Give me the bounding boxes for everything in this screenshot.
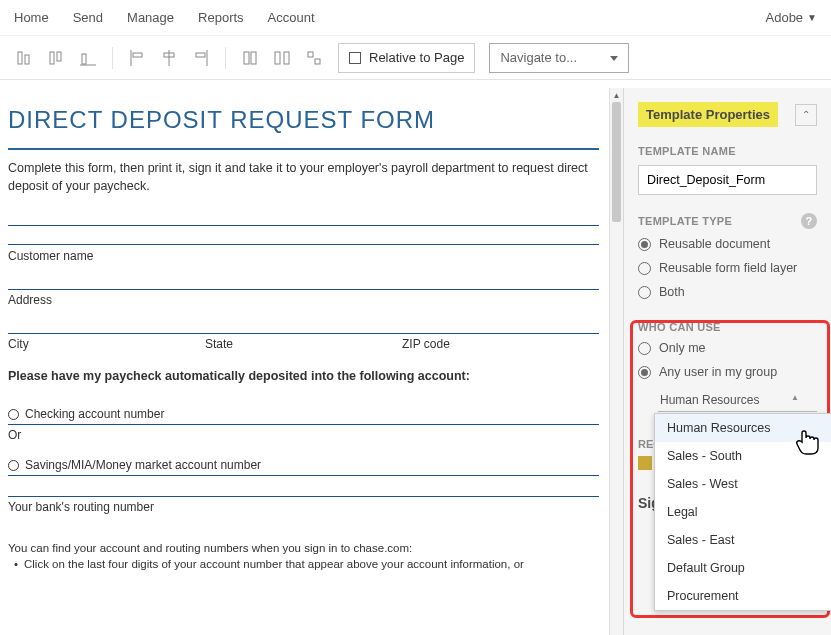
navigate-label: Navigate to...: [500, 50, 577, 65]
checking-line: Checking account number: [8, 407, 599, 425]
svg-rect-15: [284, 52, 289, 64]
city-label: City: [8, 337, 205, 351]
group-option-human-resources[interactable]: Human Resources: [655, 414, 831, 442]
svg-rect-12: [244, 52, 249, 64]
type-option-label: Both: [659, 285, 685, 299]
deposit-instruction: Please have my paycheck automatically de…: [8, 369, 599, 383]
toolbar: Relative to Page Navigate to...: [0, 36, 831, 80]
svg-rect-13: [251, 52, 256, 64]
template-name-label: TEMPLATE NAME: [638, 145, 736, 157]
group-option-sales-south[interactable]: Sales - South: [655, 442, 831, 470]
distribute-tool-3[interactable]: [300, 44, 328, 72]
template-name-section-label: TEMPLATE NAME: [638, 145, 817, 157]
radio-icon: [638, 262, 651, 275]
who-option-only-me[interactable]: Only me: [638, 341, 817, 355]
field-line: [8, 225, 599, 245]
align-tool-4[interactable]: [123, 44, 151, 72]
field-line: [8, 289, 599, 290]
type-option-reusable-form-field-layer[interactable]: Reusable form field layer: [638, 261, 817, 275]
svg-rect-3: [57, 52, 61, 61]
relative-page-label: Relative to Page: [369, 50, 464, 65]
template-type-label: TEMPLATE TYPE: [638, 215, 732, 227]
savings-line: Savings/MIA/Money market account number: [8, 458, 599, 476]
svg-rect-7: [133, 53, 142, 57]
group-option-sales-west[interactable]: Sales - West: [655, 470, 831, 498]
help-icon[interactable]: ?: [801, 213, 817, 229]
collapse-button[interactable]: ⌃: [795, 104, 817, 126]
doc-title: DIRECT DEPOSIT REQUEST FORM: [8, 106, 599, 134]
svg-rect-16: [308, 52, 313, 57]
template-name-input[interactable]: [638, 165, 817, 195]
caret-up-icon: ▲: [791, 393, 799, 407]
who-option-label: Only me: [659, 341, 706, 355]
zip-label: ZIP code: [402, 337, 599, 351]
svg-rect-14: [275, 52, 280, 64]
panel-title: Template Properties: [638, 102, 778, 127]
savings-label: Savings/MIA/Money market account number: [25, 458, 261, 472]
group-option-sales-east[interactable]: Sales - East: [655, 526, 831, 554]
who-can-use-label: WHO CAN USE: [638, 321, 721, 333]
align-tool-1[interactable]: [10, 44, 38, 72]
caret-down-icon: ▼: [807, 12, 817, 23]
align-tool-3[interactable]: [74, 44, 102, 72]
template-type-section-label: TEMPLATE TYPE ?: [638, 213, 817, 229]
toolbar-separator: [112, 47, 113, 69]
radio-circle-icon: [8, 460, 19, 471]
nav-manage[interactable]: Manage: [127, 10, 174, 25]
align-tool-2[interactable]: [42, 44, 70, 72]
routing-label: Your bank's routing number: [8, 500, 599, 514]
distribute-tool-2[interactable]: [268, 44, 296, 72]
group-option-procurement[interactable]: Procurement: [655, 582, 831, 610]
group-dropdown: Human Resources Sales - South Sales - We…: [654, 413, 831, 611]
radio-icon: [638, 238, 651, 251]
align-tool-6[interactable]: [187, 44, 215, 72]
relative-to-page-toggle[interactable]: Relative to Page: [338, 43, 475, 73]
type-option-label: Reusable form field layer: [659, 261, 797, 275]
nav-home[interactable]: Home: [14, 10, 49, 25]
footer-text-2: Click on the last four digits of your ac…: [8, 556, 599, 572]
chevron-up-icon: ⌃: [802, 109, 810, 120]
scroll-up-icon[interactable]: ▲: [610, 88, 623, 102]
who-can-use-section-label: WHO CAN USE: [638, 321, 817, 333]
canvas-scrollbar[interactable]: ▲: [609, 88, 623, 635]
navigate-select[interactable]: Navigate to...: [489, 43, 629, 73]
group-option-legal[interactable]: Legal: [655, 498, 831, 526]
who-option-any-user-in-my-group[interactable]: Any user in my group: [638, 365, 817, 379]
svg-rect-1: [25, 55, 29, 64]
svg-rect-17: [315, 59, 320, 64]
title-underline: [8, 148, 599, 150]
square-icon: [349, 52, 361, 64]
type-option-reusable-document[interactable]: Reusable document: [638, 237, 817, 251]
doc-intro: Complete this form, then print it, sign …: [8, 160, 599, 195]
radio-icon: [638, 342, 651, 355]
footer-text-1: You can find your account and routing nu…: [8, 540, 599, 556]
svg-rect-11: [196, 53, 205, 57]
or-label: Or: [8, 428, 599, 442]
recipient-color-swatch: [638, 456, 652, 470]
group-select-value: Human Resources: [660, 393, 759, 407]
brand-menu[interactable]: Adobe ▼: [766, 10, 818, 25]
radio-circle-icon: [8, 409, 19, 420]
field-line: [8, 333, 599, 334]
document-canvas: DIRECT DEPOSIT REQUEST FORM Complete thi…: [0, 88, 623, 635]
align-tool-5[interactable]: [155, 44, 183, 72]
main-nav: Home Send Manage Reports Account Adobe ▼: [0, 0, 831, 36]
brand-label: Adobe: [766, 10, 804, 25]
group-option-default-group[interactable]: Default Group: [655, 554, 831, 582]
group-select[interactable]: Human Resources ▲ Human Resources Sales …: [658, 389, 817, 412]
address-label: Address: [8, 293, 599, 307]
nav-send[interactable]: Send: [73, 10, 103, 25]
field-line: [8, 479, 599, 497]
who-option-label: Any user in my group: [659, 365, 777, 379]
svg-rect-0: [18, 52, 22, 64]
nav-account[interactable]: Account: [268, 10, 315, 25]
type-option-both[interactable]: Both: [638, 285, 817, 299]
type-option-label: Reusable document: [659, 237, 770, 251]
properties-panel: Template Properties ⌃ TEMPLATE NAME TEMP…: [623, 88, 831, 635]
svg-rect-4: [82, 54, 86, 64]
checking-label: Checking account number: [25, 407, 164, 421]
distribute-tool-1[interactable]: [236, 44, 264, 72]
nav-reports[interactable]: Reports: [198, 10, 244, 25]
state-label: State: [205, 337, 402, 351]
scroll-thumb[interactable]: [612, 102, 621, 222]
